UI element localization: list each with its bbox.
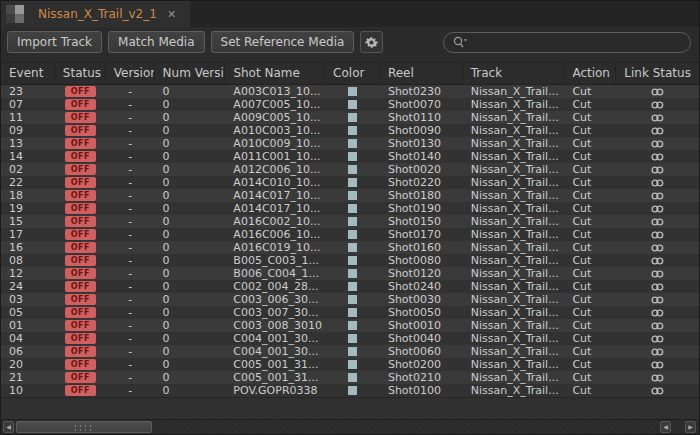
status-off-badge[interactable]: OFF (65, 203, 96, 214)
scrollbar-thumb[interactable] (16, 421, 152, 433)
color-swatch[interactable] (348, 204, 357, 213)
cell-shot-name: A014C017_10... (225, 189, 325, 202)
status-off-badge[interactable]: OFF (65, 216, 96, 227)
horizontal-scrollbar[interactable]: ◀ ◀ ▶ (2, 419, 698, 433)
color-swatch[interactable] (348, 282, 357, 291)
status-off-badge[interactable]: OFF (65, 385, 96, 396)
table-row[interactable]: 03 OFF - 0 C003_006_30... Shot0030 Nissa… (1, 293, 699, 306)
color-swatch[interactable] (348, 113, 357, 122)
column-header-status[interactable]: Status (55, 63, 106, 84)
table-row[interactable]: 17 OFF - 0 A016C006_10... Shot0170 Nissa… (1, 228, 699, 241)
cell-shot-name: A011C001_10... (225, 150, 325, 163)
status-off-badge[interactable]: OFF (65, 99, 96, 110)
status-off-badge[interactable]: OFF (65, 294, 96, 305)
import-track-button[interactable]: Import Track (7, 31, 102, 53)
status-off-badge[interactable]: OFF (65, 333, 96, 344)
color-swatch[interactable] (348, 191, 357, 200)
color-swatch[interactable] (348, 87, 357, 96)
color-swatch[interactable] (348, 243, 357, 252)
table-row[interactable]: 07 OFF - 0 A007C005_10... Shot0070 Nissa… (1, 98, 699, 111)
color-swatch[interactable] (348, 334, 357, 343)
set-reference-media-button[interactable]: Set Reference Media (211, 31, 355, 53)
gear-icon[interactable] (360, 31, 383, 53)
color-swatch[interactable] (348, 347, 357, 356)
column-header-link-status[interactable]: Link Status (616, 63, 699, 84)
color-swatch[interactable] (348, 100, 357, 109)
column-header-num-versions[interactable]: Num Versio (155, 63, 226, 84)
table-row[interactable]: 20 OFF - 0 C005_001_31... Shot0200 Nissa… (1, 358, 699, 371)
color-swatch[interactable] (348, 152, 357, 161)
search-field[interactable] (443, 32, 691, 53)
status-off-badge[interactable]: OFF (65, 112, 96, 123)
color-swatch[interactable] (348, 373, 357, 382)
scroll-right-button[interactable]: ▶ (685, 421, 696, 433)
status-off-badge[interactable]: OFF (65, 346, 96, 357)
color-swatch[interactable] (348, 178, 357, 187)
cell-version: - (106, 163, 155, 176)
table-row[interactable]: 09 OFF - 0 A010C003_10... Shot0090 Nissa… (1, 124, 699, 137)
column-header-event[interactable]: Event (1, 63, 55, 84)
table-row[interactable]: 10 OFF - 0 POV.GOPR0338 Shot0100 Nissan_… (1, 384, 699, 397)
scroll-left-button-2[interactable]: ◀ (660, 421, 671, 433)
status-off-badge[interactable]: OFF (65, 255, 96, 266)
color-swatch[interactable] (348, 217, 357, 226)
close-icon[interactable]: ✕ (167, 9, 176, 20)
color-swatch[interactable] (348, 360, 357, 369)
scroll-left-button[interactable]: ◀ (3, 421, 14, 433)
match-media-button[interactable]: Match Media (108, 31, 204, 53)
search-input[interactable] (472, 35, 682, 49)
table-row[interactable]: 15 OFF - 0 A016C002_10... Shot0150 Nissa… (1, 215, 699, 228)
tab-nissan-x-trail[interactable]: Nissan_X_Trail_v2_1 ✕ (30, 1, 188, 27)
table-row[interactable]: 12 OFF - 0 B006_C004_1... Shot0120 Nissa… (1, 267, 699, 280)
status-off-badge[interactable]: OFF (65, 307, 96, 318)
color-swatch[interactable] (348, 386, 357, 395)
status-off-badge[interactable]: OFF (65, 268, 96, 279)
table-row[interactable]: 02 OFF - 0 A012C006_10... Shot0020 Nissa… (1, 163, 699, 176)
table-row[interactable]: 05 OFF - 0 C003_007_30... Shot0050 Nissa… (1, 306, 699, 319)
column-header-color[interactable]: Color (325, 63, 380, 84)
table-row[interactable]: 21 OFF - 0 C005_001_31... Shot0210 Nissa… (1, 371, 699, 384)
table-row[interactable]: 13 OFF - 0 A010C009_10... Shot0130 Nissa… (1, 137, 699, 150)
column-header-shot-name[interactable]: Shot Name (225, 63, 325, 84)
status-off-badge[interactable]: OFF (65, 359, 96, 370)
table-row[interactable]: 19 OFF - 0 A014C017_10... Shot0190 Nissa… (1, 202, 699, 215)
cell-link-status (616, 204, 699, 214)
table-row[interactable]: 06 OFF - 0 C004_001_30... Shot0060 Nissa… (1, 345, 699, 358)
color-swatch[interactable] (348, 295, 357, 304)
cell-shot-name: A003C013_10... (225, 85, 325, 98)
table-row[interactable]: 23 OFF - 0 A003C013_10... Shot0230 Nissa… (1, 85, 699, 98)
column-header-action[interactable]: Action (564, 63, 616, 84)
status-off-badge[interactable]: OFF (65, 320, 96, 331)
status-off-badge[interactable]: OFF (65, 125, 96, 136)
table-row[interactable]: 24 OFF - 0 C002_004_28... Shot0240 Nissa… (1, 280, 699, 293)
status-off-badge[interactable]: OFF (65, 372, 96, 383)
table-row[interactable]: 22 OFF - 0 A014C010_10... Shot0220 Nissa… (1, 176, 699, 189)
table-row[interactable]: 16 OFF - 0 A016C019_10... Shot0160 Nissa… (1, 241, 699, 254)
color-swatch[interactable] (348, 126, 357, 135)
status-off-badge[interactable]: OFF (65, 177, 96, 188)
color-swatch[interactable] (348, 139, 357, 148)
color-swatch[interactable] (348, 230, 357, 239)
status-off-badge[interactable]: OFF (65, 242, 96, 253)
status-off-badge[interactable]: OFF (65, 190, 96, 201)
table-row[interactable]: 11 OFF - 0 A009C005_10... Shot0110 Nissa… (1, 111, 699, 124)
table-row[interactable]: 04 OFF - 0 C004_001_30... Shot0040 Nissa… (1, 332, 699, 345)
column-header-version[interactable]: Version (106, 63, 155, 84)
status-off-badge[interactable]: OFF (65, 164, 96, 175)
status-off-badge[interactable]: OFF (65, 138, 96, 149)
color-swatch[interactable] (348, 308, 357, 317)
color-swatch[interactable] (348, 256, 357, 265)
table-row[interactable]: 18 OFF - 0 A014C017_10... Shot0180 Nissa… (1, 189, 699, 202)
color-swatch[interactable] (348, 321, 357, 330)
color-swatch[interactable] (348, 269, 357, 278)
table-row[interactable]: 01 OFF - 0 C003_008_3010 Shot0010 Nissan… (1, 319, 699, 332)
status-off-badge[interactable]: OFF (65, 86, 96, 97)
table-row[interactable]: 08 OFF - 0 B005_C003_1... Shot0080 Nissa… (1, 254, 699, 267)
status-off-badge[interactable]: OFF (65, 151, 96, 162)
table-row[interactable]: 14 OFF - 0 A011C001_10... Shot0140 Nissa… (1, 150, 699, 163)
column-header-reel[interactable]: Reel (380, 63, 463, 84)
status-off-badge[interactable]: OFF (65, 281, 96, 292)
column-header-track[interactable]: Track (463, 63, 565, 84)
color-swatch[interactable] (348, 165, 357, 174)
status-off-badge[interactable]: OFF (65, 229, 96, 240)
